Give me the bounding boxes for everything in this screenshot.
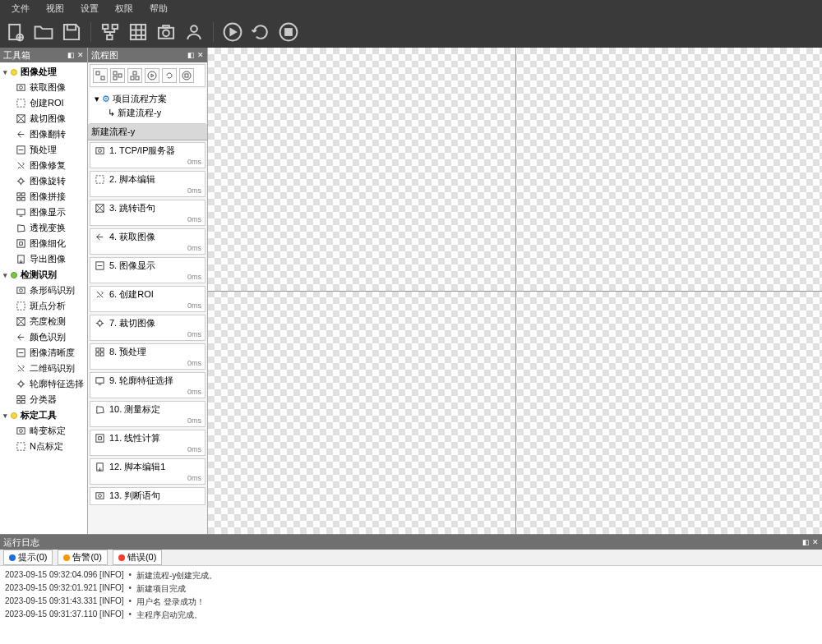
svg-rect-6 <box>131 25 145 39</box>
menu-settings[interactable]: 设置 <box>72 2 107 15</box>
flow-step[interactable]: 2. 脚本编辑0ms <box>90 171 206 197</box>
fc-play-icon[interactable] <box>145 68 159 83</box>
tool-icon <box>15 441 26 453</box>
user-icon[interactable] <box>183 21 205 43</box>
flow-step[interactable]: 9. 轮廓特征选择0ms <box>90 372 206 398</box>
collapse-icon[interactable]: ▾ <box>3 271 7 279</box>
pin-icon[interactable]: ◧ <box>187 51 195 59</box>
tool-item[interactable]: 图像翻转 <box>0 126 87 142</box>
tool-item[interactable]: 轮廓特征选择 <box>0 376 87 392</box>
grid-icon[interactable] <box>127 21 149 43</box>
camera-icon[interactable] <box>155 21 177 43</box>
close-icon[interactable]: ✕ <box>77 51 84 59</box>
tool-item[interactable]: 创建ROI <box>0 95 87 111</box>
flow-step[interactable]: 4. 获取图像0ms <box>90 228 206 255</box>
fc-stop-icon[interactable] <box>179 68 194 83</box>
tool-category[interactable]: ▾标定工具 <box>0 407 87 423</box>
close-icon[interactable]: ✕ <box>812 538 819 546</box>
flow-step[interactable]: 13. 判断语句 <box>90 487 206 505</box>
menu-permission[interactable]: 权限 <box>107 2 141 15</box>
tool-item[interactable]: 二维码识别 <box>0 361 87 376</box>
svg-rect-47 <box>136 76 139 80</box>
step-icon <box>94 347 105 358</box>
tool-item[interactable]: 获取图像 <box>0 80 87 95</box>
tool-item[interactable]: 图像清晰度 <box>0 345 87 361</box>
tool-icon <box>15 379 26 390</box>
log-line: 2023-09-15 09:31:43.331 [INFO]•用户名 登录成功！ <box>5 596 817 609</box>
flow-step[interactable]: 5. 图像显示0ms <box>90 257 206 283</box>
step-time: 0ms <box>94 244 201 252</box>
log-msg: 用户名 登录成功！ <box>136 596 205 608</box>
flow-step[interactable]: 7. 裁切图像0ms <box>90 315 206 341</box>
tool-label: 畸变标定 <box>30 425 66 437</box>
log-tab[interactable]: 提示(0) <box>3 550 53 565</box>
pin-icon[interactable]: ◧ <box>67 51 75 59</box>
tool-item[interactable]: N点标定 <box>0 439 87 454</box>
flow-step[interactable]: 8. 预处理0ms <box>90 343 206 370</box>
tool-item[interactable]: 斑点分析 <box>0 298 87 314</box>
tool-item[interactable]: 亮度检测 <box>0 314 87 329</box>
log-tab[interactable]: 告警(0) <box>58 550 107 565</box>
tool-icon <box>15 332 26 343</box>
flow-step[interactable]: 6. 创建ROI0ms <box>90 286 206 312</box>
collapse-icon[interactable]: ▾ <box>3 68 7 76</box>
open-folder-icon[interactable] <box>33 21 54 43</box>
fc-btn2-icon[interactable] <box>110 68 125 83</box>
menu-bar: 文件 视图 设置 权限 帮助 <box>0 0 822 16</box>
tool-item[interactable]: 图像修复 <box>0 158 87 173</box>
tool-item[interactable]: 裁切图像 <box>0 111 87 126</box>
tree-sub[interactable]: ↳新建流程-y <box>95 106 201 120</box>
step-label: 7. 裁切图像 <box>109 317 155 329</box>
tool-item[interactable]: 图像细化 <box>0 236 87 251</box>
svg-rect-39 <box>16 443 24 450</box>
fc-loop-icon[interactable] <box>162 68 177 83</box>
menu-view[interactable]: 视图 <box>38 2 72 15</box>
collapse-icon[interactable]: ▾ <box>95 94 99 104</box>
tool-category[interactable]: ▾图像处理 <box>0 64 87 80</box>
tool-item[interactable]: 预处理 <box>0 142 87 158</box>
flow-step[interactable]: 1. TCP/IP服务器0ms <box>90 142 206 168</box>
close-icon[interactable]: ✕ <box>197 51 204 59</box>
menu-help[interactable]: 帮助 <box>141 2 176 15</box>
category-dot-icon <box>11 69 17 76</box>
flowchart-icon[interactable] <box>99 21 121 43</box>
tool-item[interactable]: 图像拼接 <box>0 189 87 205</box>
collapse-icon[interactable]: ▾ <box>3 412 7 420</box>
flowchart-tab[interactable]: 新建流程-y <box>88 124 207 140</box>
tree-project[interactable]: ▾⚙项目流程方案 <box>95 92 201 106</box>
tool-item[interactable]: 颜色识别 <box>0 329 87 345</box>
step-time: 0ms <box>94 474 201 482</box>
tool-icon <box>15 129 26 140</box>
tool-item[interactable]: 透视变换 <box>0 220 87 236</box>
loop-icon[interactable] <box>250 21 271 43</box>
tool-icon <box>15 191 26 203</box>
log-tab[interactable]: 错误(0) <box>113 550 162 565</box>
tool-item[interactable]: 畸变标定 <box>0 423 87 439</box>
svg-rect-35 <box>16 400 20 403</box>
save-icon[interactable] <box>61 21 82 43</box>
svg-rect-62 <box>95 435 103 442</box>
flow-step[interactable]: 12. 脚本编辑10ms <box>90 458 206 485</box>
tool-item[interactable]: 图像显示 <box>0 205 87 220</box>
step-label: 3. 跳转语句 <box>109 202 155 214</box>
flow-step[interactable]: 3. 跳转语句0ms <box>90 200 206 226</box>
fc-btn3-icon[interactable] <box>127 68 142 83</box>
tool-item[interactable]: 导出图像 <box>0 251 87 267</box>
tool-label: 条形码识别 <box>30 284 75 297</box>
new-file-icon[interactable] <box>5 21 26 43</box>
pin-icon[interactable]: ◧ <box>802 538 810 546</box>
flow-step[interactable]: 10. 测量标定0ms <box>90 401 206 427</box>
image-canvas[interactable] <box>208 48 822 534</box>
flowchart-panel: 流程图 ◧✕ ▾⚙项目流程方案 ↳新建流程-y 新建流程-y 1. TCP/IP… <box>88 48 208 534</box>
fc-btn1-icon[interactable] <box>93 68 108 83</box>
tool-category[interactable]: ▾检测识别 <box>0 267 87 283</box>
tool-item[interactable]: 条形码识别 <box>0 283 87 298</box>
stop-icon[interactable] <box>278 21 299 43</box>
menu-file[interactable]: 文件 <box>3 2 38 15</box>
svg-rect-20 <box>16 193 20 196</box>
tool-item[interactable]: 图像旋转 <box>0 173 87 189</box>
log-tab-label: 提示(0) <box>18 551 47 564</box>
flow-step[interactable]: 11. 线性计算0ms <box>90 430 206 456</box>
tool-item[interactable]: 分类器 <box>0 392 87 407</box>
play-once-icon[interactable] <box>222 21 243 43</box>
